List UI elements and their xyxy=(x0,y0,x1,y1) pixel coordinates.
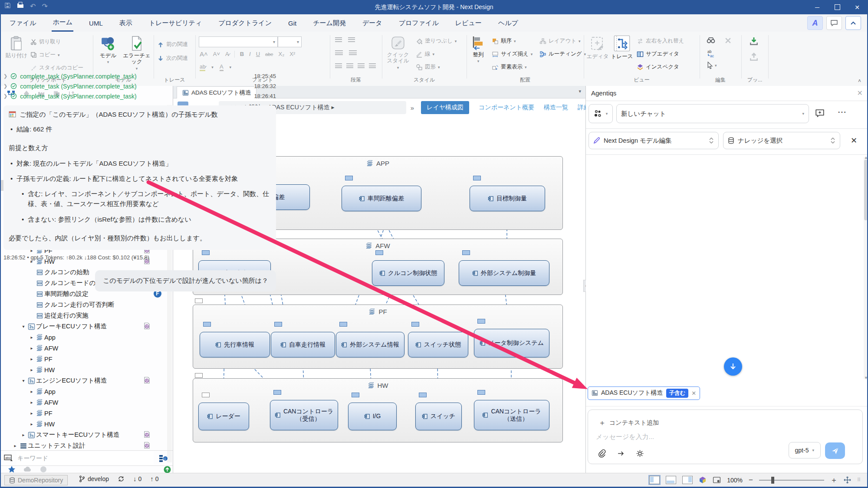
prompt-arrow-icon[interactable] xyxy=(617,450,625,457)
tree-item-スマートキーECUソフト構造[interactable]: ▸ スマートキーECUソフト構造 xyxy=(1,429,166,440)
tree-item-PF[interactable]: ▸ PF xyxy=(1,354,166,364)
component-I/G[interactable]: I/G xyxy=(348,403,397,430)
replace-button[interactable]: abac xyxy=(707,49,716,60)
order-button[interactable]: 順序▾ xyxy=(492,36,516,46)
zoom-slider[interactable] xyxy=(759,480,824,481)
shape-button[interactable]: 図形▾ xyxy=(416,62,440,72)
maximize-button[interactable] xyxy=(827,0,847,14)
profile-circle-icon[interactable] xyxy=(40,466,47,473)
ribbon-tab-プロファイル[interactable]: プロファイル xyxy=(398,15,440,31)
pull-count[interactable]: ↓0 xyxy=(133,475,141,482)
model-select-dropdown[interactable]: gpt-5▾ xyxy=(789,442,821,459)
component-スイッチ[interactable]: スイッチ xyxy=(415,403,462,430)
expander-icon[interactable]: ▸ xyxy=(28,400,35,405)
error-check-button[interactable]: エラーチェック▾ xyxy=(122,36,152,71)
port[interactable] xyxy=(352,393,359,397)
ribbon-tab-表示[interactable]: 表示 xyxy=(118,15,133,31)
ribbon-tab-プロダクトライン[interactable]: プロダクトライン xyxy=(217,15,273,31)
layout-bottom-icon[interactable] xyxy=(666,476,676,484)
port[interactable] xyxy=(375,250,383,255)
component-自車走行情報[interactable]: 自車走行情報 xyxy=(271,332,335,357)
subeditor-button[interactable]: サブエディタ xyxy=(637,49,679,59)
canvas-settings-icon[interactable] xyxy=(713,476,721,484)
port[interactable] xyxy=(203,322,211,327)
align-button[interactable]: 整列▾ xyxy=(468,36,488,64)
zoom-out-icon[interactable]: − xyxy=(749,476,753,485)
component-外部システム情報[interactable]: 外部システム情報 xyxy=(336,332,404,357)
list-buttons[interactable] xyxy=(335,37,355,42)
select-cursor-button[interactable]: ▾ xyxy=(707,62,717,69)
line-button[interactable]: 線▾ xyxy=(416,49,434,59)
trace-view-button[interactable]: トレース xyxy=(610,35,634,59)
sync-icon[interactable] xyxy=(118,475,125,482)
chip-remove-icon[interactable]: ✕ xyxy=(691,390,696,396)
tool-call-row[interactable]: ❯ complete_task (SysPlanner.complete_tas… xyxy=(3,81,276,91)
component-先行車情報[interactable]: 先行車情報 xyxy=(200,332,270,357)
expander-icon[interactable]: ▸ xyxy=(28,411,35,416)
port[interactable] xyxy=(419,393,427,397)
element-display-button[interactable]: 要素表示▾ xyxy=(492,62,527,72)
scroll-to-bottom-button[interactable] xyxy=(724,357,742,376)
font-color-buttons[interactable]: ab̷▾ A▾ xyxy=(200,63,231,71)
ribbon-tab-ヘルプ[interactable]: ヘルプ xyxy=(497,15,519,31)
ribbon-tab-UML[interactable]: UML xyxy=(88,16,104,31)
settings-gear-icon[interactable] xyxy=(636,449,644,458)
cut-button[interactable]: 切り取り xyxy=(30,36,61,47)
chevron-right-icon[interactable]: ❯ xyxy=(3,93,7,99)
prev-relation-button[interactable]: 前の関連 xyxy=(157,39,188,50)
cloud-icon[interactable] xyxy=(23,466,32,473)
tree-item-AFW[interactable]: ▸ AFW xyxy=(1,397,166,408)
component-CANコントローラ（送信）[interactable]: CANコントローラ （送信） xyxy=(474,400,549,430)
message-input[interactable] xyxy=(595,432,779,441)
paste-button[interactable]: 貼り付け xyxy=(4,36,29,59)
clear-find-button[interactable] xyxy=(725,37,731,46)
export-button[interactable] xyxy=(749,52,759,63)
component-CANコントローラ（受信）[interactable]: CANコントローラ （受信） xyxy=(270,400,338,430)
fill-button[interactable]: 塗りつぶし▾ xyxy=(416,36,457,46)
font-style-buttons[interactable]: A˄A˅A̷ BIUabeX₂X² xyxy=(200,50,295,58)
expander-icon[interactable]: ▸ xyxy=(28,357,35,361)
import-button[interactable] xyxy=(749,36,759,48)
attach-icon[interactable] xyxy=(598,449,606,458)
expander-icon[interactable]: ▸ xyxy=(12,443,19,448)
port[interactable] xyxy=(274,322,282,327)
swap-lr-button[interactable]: 左右を入れ替え xyxy=(637,36,684,46)
tree-item-ブレーキECUソフト構造[interactable]: ▾ ブレーキECUソフト構造 xyxy=(1,321,166,332)
expander-icon[interactable]: ▸ xyxy=(28,422,35,426)
keyword-search-input[interactable] xyxy=(16,452,154,465)
font-family-select[interactable]: ▾ xyxy=(199,36,278,47)
comment-button[interactable] xyxy=(826,16,842,30)
view-tab-構造一覧[interactable]: 構造一覧 xyxy=(544,104,568,111)
port[interactable] xyxy=(195,373,203,378)
quick-style-button[interactable]: クイック スタイル▾ xyxy=(385,36,411,70)
tree-item-PF[interactable]: ▸ PF xyxy=(1,408,166,419)
zoom-in-icon[interactable]: ＋ xyxy=(830,475,838,485)
branch-indicator[interactable]: develop xyxy=(79,475,109,482)
panel-close-icon[interactable]: ✕ xyxy=(857,89,863,97)
filter-tree-icon[interactable]: i xyxy=(154,454,173,462)
tab-list-chevron-icon[interactable]: ▾ xyxy=(579,88,581,94)
layout-left-icon[interactable] xyxy=(649,476,660,484)
ribbon-tab-Git[interactable]: Git xyxy=(287,16,297,31)
port[interactable] xyxy=(462,250,470,255)
ribbon-collapse-chevron[interactable]: ˄ xyxy=(858,78,861,84)
expander-icon[interactable]: ▸ xyxy=(28,389,35,394)
resize-grip[interactable]: ⠿ xyxy=(857,477,861,483)
agent-selector[interactable]: ▾ xyxy=(589,104,613,123)
size-align-button[interactable]: サイズ揃え▾ xyxy=(492,49,533,59)
routing-button[interactable]: ルーティング▾ xyxy=(539,49,586,59)
align-buttons[interactable] xyxy=(335,63,376,68)
search-mode-icon[interactable]: abc xyxy=(1,454,16,462)
sync-up-icon[interactable] xyxy=(164,466,171,473)
collapse-ribbon-button[interactable] xyxy=(845,16,861,30)
port[interactable] xyxy=(477,319,485,324)
tree-item-HW[interactable]: ▸ HW xyxy=(1,364,166,375)
ribbon-tab-ファイル[interactable]: ファイル xyxy=(9,15,37,31)
component-レーダー[interactable]: レーダー xyxy=(198,403,249,430)
component-目標制御量[interactable]: 目標制御量 xyxy=(470,186,545,211)
tool-call-row[interactable]: ❯ complete_task (SysPlanner.complete_tas… xyxy=(3,71,276,81)
font-size-select[interactable]: ▾ xyxy=(278,36,302,47)
expander-icon[interactable]: ▸ xyxy=(20,432,27,437)
port[interactable] xyxy=(473,176,481,180)
chevron-right-icon[interactable]: ❯ xyxy=(3,83,7,89)
